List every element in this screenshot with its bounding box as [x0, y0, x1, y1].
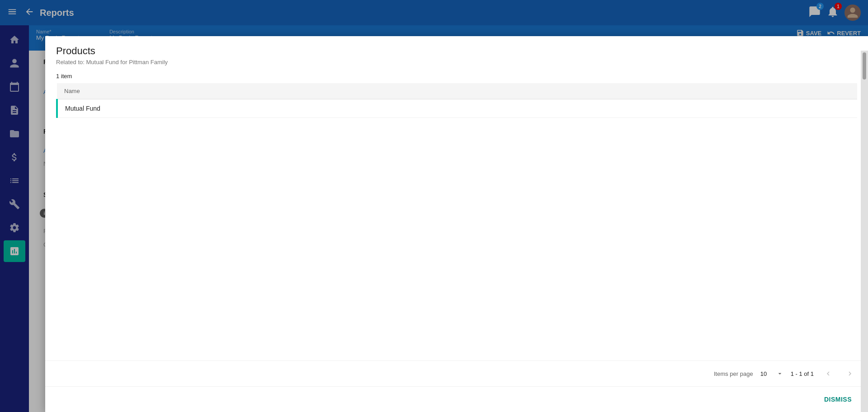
next-page-button[interactable] — [843, 366, 857, 381]
right-scrollbar[interactable] — [861, 51, 868, 412]
table-header-row: Name — [57, 83, 857, 99]
scrollbar-thumb[interactable] — [863, 52, 866, 80]
items-per-page-label: Items per page — [714, 370, 753, 377]
modal-item-count: 1 item — [45, 69, 868, 83]
dismiss-button[interactable]: DISMISS — [819, 392, 857, 407]
modal-table-container: Name Mutual Fund — [45, 83, 868, 360]
cell-name: Mutual Fund — [57, 99, 857, 118]
prev-page-button[interactable] — [821, 366, 835, 381]
col-name-header: Name — [57, 83, 857, 99]
modal-header: Products Related to: Mutual Fund for Pit… — [45, 36, 868, 69]
modal-title: Products — [56, 45, 857, 57]
modal-subtitle: Related to: Mutual Fund for Pittman Fami… — [56, 59, 857, 66]
table-row[interactable]: Mutual Fund — [57, 99, 857, 118]
modal-dialog: Products Related to: Mutual Fund for Pit… — [45, 36, 868, 412]
per-page-select-wrap[interactable]: 10 25 50 — [760, 370, 783, 377]
per-page-select[interactable]: 10 25 50 — [760, 370, 774, 377]
modal-pagination: Items per page 10 25 50 1 - 1 of 1 — [45, 360, 868, 386]
pagination-range: 1 - 1 of 1 — [791, 370, 814, 377]
products-table: Name Mutual Fund — [56, 83, 857, 118]
modal-footer: DISMISS — [45, 386, 868, 412]
